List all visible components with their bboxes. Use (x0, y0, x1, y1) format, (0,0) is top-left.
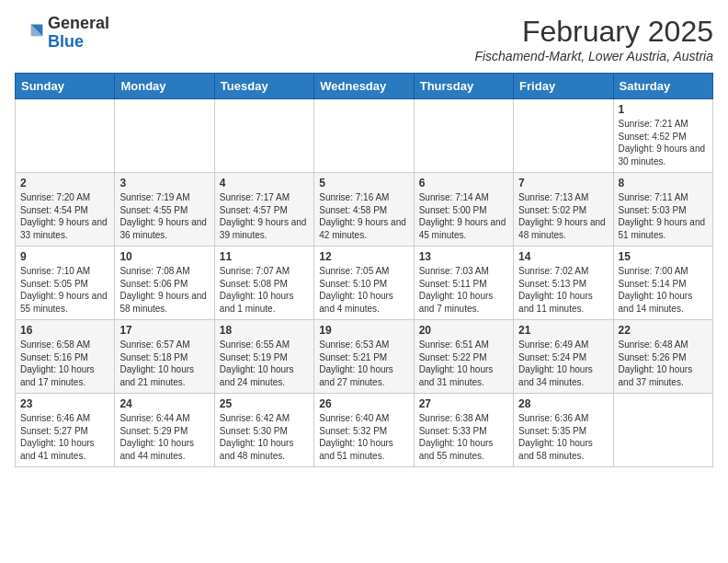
logo-blue-text: Blue (48, 32, 84, 51)
month-year-heading: February 2025 (474, 15, 713, 49)
calendar-day-cell: 24Sunrise: 6:44 AM Sunset: 5:29 PM Dayli… (115, 394, 214, 467)
calendar-day-cell: 4Sunrise: 7:17 AM Sunset: 4:57 PM Daylig… (214, 173, 313, 247)
day-info: Sunrise: 7:19 AM Sunset: 4:55 PM Dayligh… (119, 191, 209, 241)
day-number: 24 (119, 397, 209, 410)
day-info: Sunrise: 7:17 AM Sunset: 4:57 PM Dayligh… (220, 191, 309, 241)
day-info: Sunrise: 6:46 AM Sunset: 5:27 PM Dayligh… (20, 412, 109, 462)
calendar-day-cell: 21Sunrise: 6:49 AM Sunset: 5:24 PM Dayli… (514, 320, 613, 394)
day-info: Sunrise: 6:58 AM Sunset: 5:16 PM Dayligh… (20, 339, 109, 388)
day-info: Sunrise: 7:03 AM Sunset: 5:11 PM Dayligh… (419, 265, 508, 315)
day-info: Sunrise: 7:08 AM Sunset: 5:06 PM Dayligh… (119, 265, 209, 315)
calendar-day-cell: 10Sunrise: 7:08 AM Sunset: 5:06 PM Dayli… (115, 247, 214, 320)
calendar-day-cell (613, 394, 712, 467)
calendar-day-cell: 2Sunrise: 7:20 AM Sunset: 4:54 PM Daylig… (16, 173, 115, 247)
day-info: Sunrise: 6:40 AM Sunset: 5:32 PM Dayligh… (319, 412, 408, 462)
weekday-header-sunday: Sunday (16, 74, 115, 99)
day-number: 6 (419, 177, 508, 190)
title-block: February 2025 Fischamend-Markt, Lower Au… (474, 15, 713, 63)
day-number: 14 (518, 250, 608, 263)
day-number: 20 (419, 324, 508, 337)
day-info: Sunrise: 7:00 AM Sunset: 5:14 PM Dayligh… (619, 265, 708, 315)
day-info: Sunrise: 6:48 AM Sunset: 5:26 PM Dayligh… (619, 339, 708, 388)
calendar-day-cell: 6Sunrise: 7:14 AM Sunset: 5:00 PM Daylig… (414, 173, 513, 247)
day-number: 17 (119, 324, 209, 337)
day-number: 12 (319, 250, 408, 263)
calendar-day-cell: 12Sunrise: 7:05 AM Sunset: 5:10 PM Dayli… (314, 247, 414, 320)
day-number: 10 (119, 250, 209, 263)
calendar-day-cell: 22Sunrise: 6:48 AM Sunset: 5:26 PM Dayli… (613, 320, 712, 394)
day-number: 18 (220, 324, 309, 337)
weekday-header-row: SundayMondayTuesdayWednesdayThursdayFrid… (16, 74, 713, 99)
calendar-day-cell: 3Sunrise: 7:19 AM Sunset: 4:55 PM Daylig… (115, 173, 214, 247)
calendar-day-cell: 8Sunrise: 7:11 AM Sunset: 5:03 PM Daylig… (613, 173, 712, 247)
day-info: Sunrise: 7:21 AM Sunset: 4:52 PM Dayligh… (619, 118, 708, 167)
day-number: 19 (319, 324, 408, 337)
weekday-header-saturday: Saturday (613, 74, 712, 99)
calendar-day-cell: 13Sunrise: 7:03 AM Sunset: 5:11 PM Dayli… (414, 247, 513, 320)
day-number: 26 (319, 397, 408, 410)
calendar-week-row: 23Sunrise: 6:46 AM Sunset: 5:27 PM Dayli… (16, 394, 713, 467)
day-number: 25 (220, 397, 309, 410)
calendar-day-cell: 28Sunrise: 6:36 AM Sunset: 5:35 PM Dayli… (514, 394, 613, 467)
day-info: Sunrise: 7:07 AM Sunset: 5:08 PM Dayligh… (220, 265, 309, 315)
day-info: Sunrise: 7:16 AM Sunset: 4:58 PM Dayligh… (319, 191, 408, 241)
day-info: Sunrise: 7:20 AM Sunset: 4:54 PM Dayligh… (20, 191, 109, 241)
day-number: 2 (20, 177, 109, 190)
day-number: 28 (518, 397, 608, 410)
logo: General Blue (15, 15, 109, 52)
calendar-day-cell (16, 99, 115, 173)
day-info: Sunrise: 7:10 AM Sunset: 5:05 PM Dayligh… (20, 265, 109, 315)
calendar-day-cell: 25Sunrise: 6:42 AM Sunset: 5:30 PM Dayli… (214, 394, 313, 467)
calendar-day-cell (414, 99, 513, 173)
day-info: Sunrise: 7:05 AM Sunset: 5:10 PM Dayligh… (319, 265, 408, 315)
location-text: Fischamend-Markt, Lower Austria, Austria (474, 49, 713, 63)
calendar-day-cell: 14Sunrise: 7:02 AM Sunset: 5:13 PM Dayli… (514, 247, 613, 320)
weekday-header-thursday: Thursday (414, 74, 513, 99)
day-number: 22 (619, 324, 708, 337)
calendar-day-cell (115, 99, 214, 173)
calendar-day-cell: 15Sunrise: 7:00 AM Sunset: 5:14 PM Dayli… (613, 247, 712, 320)
calendar-day-cell: 5Sunrise: 7:16 AM Sunset: 4:58 PM Daylig… (314, 173, 414, 247)
calendar-week-row: 16Sunrise: 6:58 AM Sunset: 5:16 PM Dayli… (16, 320, 713, 394)
calendar-day-cell: 7Sunrise: 7:13 AM Sunset: 5:02 PM Daylig… (514, 173, 613, 247)
weekday-header-tuesday: Tuesday (214, 74, 313, 99)
day-info: Sunrise: 6:42 AM Sunset: 5:30 PM Dayligh… (220, 412, 309, 462)
day-number: 1 (619, 103, 708, 116)
calendar-day-cell: 27Sunrise: 6:38 AM Sunset: 5:33 PM Dayli… (414, 394, 513, 467)
day-number: 23 (20, 397, 109, 410)
day-number: 4 (220, 177, 309, 190)
day-info: Sunrise: 6:36 AM Sunset: 5:35 PM Dayligh… (518, 412, 608, 462)
calendar-table: SundayMondayTuesdayWednesdayThursdayFrid… (15, 73, 713, 467)
calendar-day-cell: 16Sunrise: 6:58 AM Sunset: 5:16 PM Dayli… (16, 320, 115, 394)
calendar-header: SundayMondayTuesdayWednesdayThursdayFrid… (16, 74, 713, 99)
logo-general-text: General (48, 14, 109, 32)
day-number: 15 (619, 250, 708, 263)
weekday-header-monday: Monday (115, 74, 214, 99)
weekday-header-friday: Friday (514, 74, 613, 99)
calendar-day-cell: 9Sunrise: 7:10 AM Sunset: 5:05 PM Daylig… (16, 247, 115, 320)
day-number: 8 (619, 177, 708, 190)
page-header: General Blue February 2025 Fischamend-Ma… (15, 15, 713, 63)
calendar-day-cell: 1Sunrise: 7:21 AM Sunset: 4:52 PM Daylig… (613, 99, 712, 173)
day-info: Sunrise: 7:14 AM Sunset: 5:00 PM Dayligh… (419, 191, 508, 241)
logo-icon (15, 18, 44, 48)
calendar-week-row: 1Sunrise: 7:21 AM Sunset: 4:52 PM Daylig… (16, 99, 713, 173)
calendar-day-cell: 17Sunrise: 6:57 AM Sunset: 5:18 PM Dayli… (115, 320, 214, 394)
calendar-week-row: 9Sunrise: 7:10 AM Sunset: 5:05 PM Daylig… (16, 247, 713, 320)
day-info: Sunrise: 7:02 AM Sunset: 5:13 PM Dayligh… (518, 265, 608, 315)
calendar-day-cell (214, 99, 313, 173)
day-info: Sunrise: 6:38 AM Sunset: 5:33 PM Dayligh… (419, 412, 508, 462)
day-number: 7 (518, 177, 608, 190)
day-number: 9 (20, 250, 109, 263)
day-number: 11 (220, 250, 309, 263)
day-info: Sunrise: 6:51 AM Sunset: 5:22 PM Dayligh… (419, 339, 508, 388)
day-number: 21 (518, 324, 608, 337)
day-number: 5 (319, 177, 408, 190)
day-info: Sunrise: 6:44 AM Sunset: 5:29 PM Dayligh… (119, 412, 209, 462)
calendar-day-cell: 23Sunrise: 6:46 AM Sunset: 5:27 PM Dayli… (16, 394, 115, 467)
day-number: 13 (419, 250, 508, 263)
day-info: Sunrise: 7:13 AM Sunset: 5:02 PM Dayligh… (518, 191, 608, 241)
calendar-day-cell: 26Sunrise: 6:40 AM Sunset: 5:32 PM Dayli… (314, 394, 414, 467)
day-info: Sunrise: 6:57 AM Sunset: 5:18 PM Dayligh… (119, 339, 209, 388)
calendar-day-cell: 20Sunrise: 6:51 AM Sunset: 5:22 PM Dayli… (414, 320, 513, 394)
